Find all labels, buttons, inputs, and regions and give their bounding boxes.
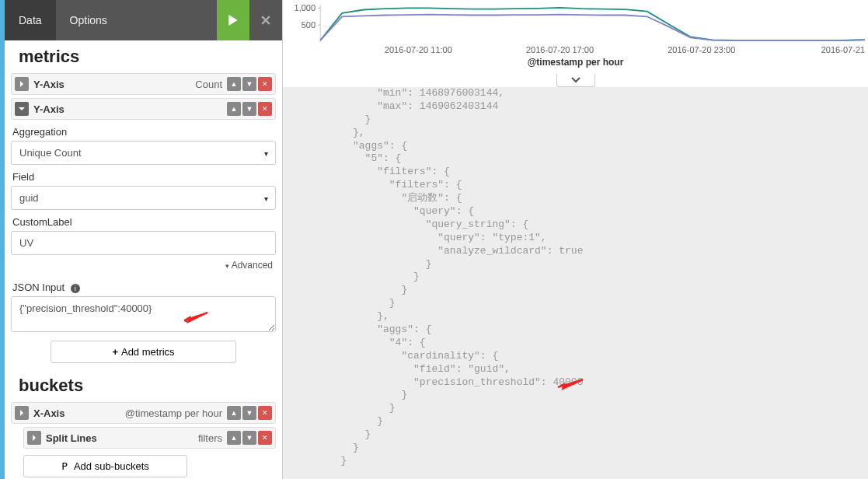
chevron-down-icon xyxy=(571,77,580,83)
expand-toggle[interactable] xyxy=(27,431,41,445)
agg-label: Y-Axis xyxy=(33,79,64,90)
aggregation-select[interactable]: Unique Count xyxy=(11,141,276,165)
agg-value: filters xyxy=(198,432,222,444)
delete-button[interactable]: ✕ xyxy=(258,406,272,420)
info-icon: i xyxy=(71,284,80,293)
collapse-toggle[interactable] xyxy=(15,102,29,116)
close-button[interactable] xyxy=(249,0,282,40)
svg-text:2016-07-21: 2016-07-21 xyxy=(821,45,865,54)
tabs-header: Data Options xyxy=(5,0,282,40)
custom-label-label: CustomLabel xyxy=(12,216,274,228)
play-icon xyxy=(228,15,239,26)
delete-button[interactable]: ✕ xyxy=(258,102,272,116)
tab-data[interactable]: Data xyxy=(5,0,56,40)
move-up-button[interactable]: ▲ xyxy=(227,102,241,116)
agg-label: Split Lines xyxy=(46,432,97,444)
move-down-button[interactable]: ▼ xyxy=(242,431,256,445)
json-input-label: JSON Input i xyxy=(12,281,274,293)
caret-right-icon xyxy=(19,410,25,416)
chart-collapse-button[interactable] xyxy=(556,74,595,87)
expand-toggle[interactable] xyxy=(15,77,29,91)
agg-row-split-lines: Split Lines filters ▲ ▼ ✕ xyxy=(23,427,276,449)
expand-toggle[interactable] xyxy=(15,406,29,420)
svg-text:2016-07-20 23:00: 2016-07-20 23:00 xyxy=(668,45,735,54)
move-down-button[interactable]: ▼ xyxy=(242,77,256,91)
aggregation-label: Aggregation xyxy=(12,126,274,138)
move-down-button[interactable]: ▼ xyxy=(242,406,256,420)
svg-text:2016-07-20 17:00: 2016-07-20 17:00 xyxy=(526,45,594,54)
tab-options[interactable]: Options xyxy=(56,0,121,40)
json-response-viewer: "min": 1468976003144, "max": 14690624031… xyxy=(283,87,868,479)
move-up-button[interactable]: ▲ xyxy=(227,406,241,420)
svg-text:1,000: 1,000 xyxy=(295,3,316,12)
close-icon xyxy=(261,16,270,25)
chart-collapse-row xyxy=(283,74,868,87)
svg-text:2016-07-20 11:00: 2016-07-20 11:00 xyxy=(385,45,452,54)
add-sub-buckets-button[interactable]: Ρ Add sub-buckets xyxy=(23,455,187,477)
metrics-heading: metrics xyxy=(11,40,276,70)
agg-row-yaxis-2: Y-Axis ▲ ▼ ✕ xyxy=(11,98,276,120)
caret-down-icon xyxy=(19,106,25,112)
add-metrics-button[interactable]: +Add metrics xyxy=(51,341,236,363)
delete-button[interactable]: ✕ xyxy=(258,77,272,91)
caret-right-icon xyxy=(31,435,37,441)
move-up-button[interactable]: ▲ xyxy=(227,77,241,91)
field-select[interactable]: guid xyxy=(11,186,276,210)
run-button[interactable] xyxy=(217,0,249,40)
move-down-button[interactable]: ▼ xyxy=(242,102,256,116)
agg-label: X-Axis xyxy=(33,407,64,419)
move-up-button[interactable]: ▲ xyxy=(227,431,241,445)
delete-button[interactable]: ✕ xyxy=(258,431,272,445)
annotation-arrow-icon xyxy=(180,309,211,325)
buckets-heading: buckets xyxy=(11,369,276,399)
mini-chart: 5001,0002016-07-20 11:002016-07-20 17:00… xyxy=(283,0,868,74)
agg-row-yaxis-1: Y-Axis Count ▲ ▼ ✕ xyxy=(11,73,276,95)
json-input-textarea[interactable]: {"precision_threshold":40000} xyxy=(11,296,276,332)
annotation-arrow-icon xyxy=(553,378,584,390)
svg-text:500: 500 xyxy=(302,20,315,30)
agg-value: @timestamp per hour xyxy=(125,407,222,419)
custom-label-input[interactable] xyxy=(11,231,276,255)
advanced-toggle[interactable]: Advanced xyxy=(11,255,276,275)
agg-label: Y-Axis xyxy=(33,103,64,115)
x-axis-label: @timestamp per hour xyxy=(283,57,868,68)
agg-row-xaxis: X-Axis @timestamp per hour ▲ ▼ ✕ xyxy=(11,402,276,424)
field-label: Field xyxy=(12,171,274,183)
caret-right-icon xyxy=(19,81,25,87)
agg-value: Count xyxy=(195,79,222,90)
